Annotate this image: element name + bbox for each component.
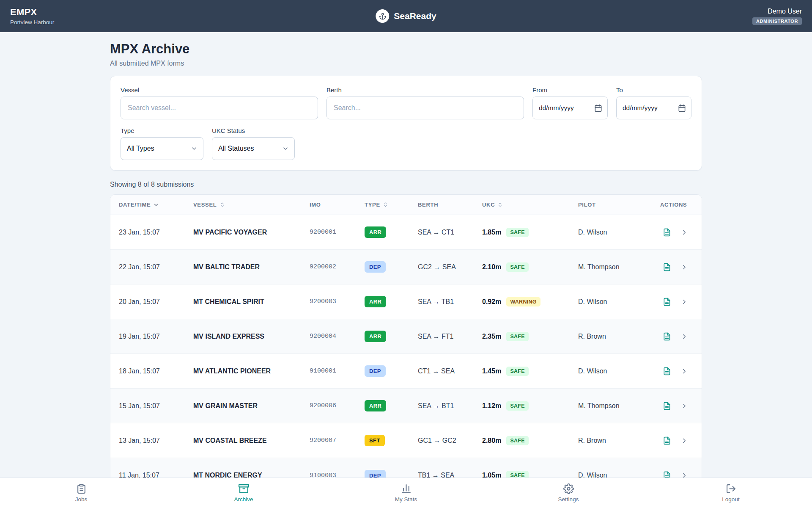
app-identity: EMPX Portview Harbour bbox=[10, 7, 54, 25]
type-select[interactable]: All Types bbox=[121, 137, 203, 160]
cell-type: DEP bbox=[365, 261, 418, 273]
table-row[interactable]: 22 Jan, 15:07 MV BALTIC TRADER 9200002 D… bbox=[110, 250, 702, 284]
results-count: Showing 8 of 8 submissions bbox=[110, 181, 702, 188]
chevron-right-icon[interactable] bbox=[680, 402, 688, 410]
movement-type-badge: ARR bbox=[365, 331, 386, 342]
from-date-value: dd/mm/yyyy bbox=[539, 104, 574, 112]
nav-settings[interactable]: Settings bbox=[487, 478, 650, 508]
ukc-value: 1.85m bbox=[482, 229, 501, 236]
archive-icon bbox=[239, 483, 249, 494]
sort-updown-icon bbox=[219, 202, 225, 207]
ukc-status-badge: SAFE bbox=[506, 436, 529, 445]
nav-archive-label: Archive bbox=[234, 496, 253, 502]
table-row[interactable]: 20 Jan, 15:07 MT CHEMICAL SPIRIT 9200003… bbox=[110, 284, 702, 319]
chevron-right-icon[interactable] bbox=[680, 229, 688, 236]
report-file-icon[interactable] bbox=[663, 332, 671, 341]
cell-datetime: 15 Jan, 15:07 bbox=[119, 402, 193, 410]
nav-jobs[interactable]: Jobs bbox=[0, 478, 162, 508]
cell-actions bbox=[660, 263, 693, 271]
cell-ukc: 1.85m SAFE bbox=[482, 228, 578, 237]
cell-imo: 9200006 bbox=[310, 402, 365, 409]
cell-actions bbox=[660, 436, 693, 445]
col-header-vessel[interactable]: VESSEL bbox=[193, 202, 310, 208]
nav-logout[interactable]: Logout bbox=[650, 478, 812, 508]
berth-label: Berth bbox=[326, 86, 524, 94]
cell-datetime: 23 Jan, 15:07 bbox=[119, 229, 193, 236]
cell-berth: GC1 → GC2 bbox=[418, 437, 482, 444]
vessel-filter: Vessel bbox=[121, 86, 318, 119]
ukc-value: 2.10m bbox=[482, 263, 501, 271]
berth-filter: Berth bbox=[326, 86, 524, 119]
cell-vessel-name: MV ATLANTIC PIONEER bbox=[193, 367, 310, 375]
table-row[interactable]: 18 Jan, 15:07 MV ATLANTIC PIONEER 910000… bbox=[110, 354, 702, 389]
nav-settings-label: Settings bbox=[558, 496, 579, 502]
cell-type: ARR bbox=[365, 296, 418, 307]
cell-type: ARR bbox=[365, 400, 418, 411]
to-filter: To dd/mm/yyyy bbox=[616, 86, 691, 119]
table-row[interactable]: 19 Jan, 15:07 MV ISLAND EXPRESS 9200004 … bbox=[110, 319, 702, 354]
sort-updown-icon bbox=[497, 202, 503, 207]
cell-vessel-name: MV GRAIN MASTER bbox=[193, 402, 310, 410]
cell-actions bbox=[660, 402, 693, 410]
cell-datetime: 22 Jan, 15:07 bbox=[119, 263, 193, 271]
vessel-search-input[interactable] bbox=[121, 97, 318, 119]
cell-berth: SEA → CT1 bbox=[418, 229, 482, 236]
page-subtitle: All submitted MPX forms bbox=[110, 60, 702, 67]
ukc-status-select[interactable]: All Statuses bbox=[212, 137, 295, 160]
cell-datetime: 18 Jan, 15:07 bbox=[119, 367, 193, 375]
vessel-label: Vessel bbox=[121, 86, 318, 94]
cell-pilot: M. Thompson bbox=[578, 263, 660, 271]
nav-archive[interactable]: Archive bbox=[162, 478, 325, 508]
table-body: 23 Jan, 15:07 MV PACIFIC VOYAGER 9200001… bbox=[110, 215, 702, 493]
sort-updown-icon bbox=[383, 202, 388, 207]
from-date-input[interactable]: dd/mm/yyyy bbox=[532, 97, 608, 119]
brand-name: SeaReady bbox=[394, 11, 436, 21]
ukc-status-filter: UKC Status All Statuses bbox=[212, 127, 295, 160]
chevron-right-icon[interactable] bbox=[680, 437, 688, 444]
report-file-icon[interactable] bbox=[663, 367, 671, 375]
page-title: MPX Archive bbox=[110, 41, 702, 57]
cell-actions bbox=[660, 332, 693, 341]
cell-datetime: 13 Jan, 15:07 bbox=[119, 437, 193, 444]
movement-type-badge: DEP bbox=[365, 365, 386, 377]
col-header-ukc[interactable]: UKC bbox=[482, 202, 578, 208]
report-file-icon[interactable] bbox=[663, 436, 671, 445]
cell-pilot: R. Brown bbox=[578, 437, 660, 444]
nav-my-stats[interactable]: My Stats bbox=[325, 478, 487, 508]
table-row[interactable]: 23 Jan, 15:07 MV PACIFIC VOYAGER 9200001… bbox=[110, 215, 702, 250]
nav-jobs-label: Jobs bbox=[75, 496, 88, 502]
submissions-table: DATE/TIME VESSEL IMO TYPE BERTH UKC PILO… bbox=[110, 194, 702, 493]
report-file-icon[interactable] bbox=[663, 402, 671, 410]
chevron-right-icon[interactable] bbox=[680, 333, 688, 340]
ukc-status-badge: SAFE bbox=[506, 262, 529, 272]
ukc-value: 2.80m bbox=[482, 437, 501, 444]
cell-ukc: 2.10m SAFE bbox=[482, 262, 578, 272]
gear-icon bbox=[563, 483, 574, 494]
berth-search-input[interactable] bbox=[326, 97, 524, 119]
cell-type: SFT bbox=[365, 435, 418, 446]
chevron-down-icon bbox=[282, 145, 289, 152]
filter-row-2: Type All Types UKC Status All Statuses bbox=[121, 127, 691, 160]
cell-actions bbox=[660, 367, 693, 375]
ukc-status-badge: WARNING bbox=[506, 297, 540, 306]
cell-pilot: R. Brown bbox=[578, 333, 660, 340]
cell-ukc: 2.35m SAFE bbox=[482, 332, 578, 341]
chevron-right-icon[interactable] bbox=[680, 298, 688, 306]
report-file-icon[interactable] bbox=[663, 298, 671, 306]
cell-imo: 9100001 bbox=[310, 367, 365, 375]
col-header-type[interactable]: TYPE bbox=[365, 202, 418, 208]
bar-chart-icon bbox=[401, 483, 411, 494]
table-row[interactable]: 15 Jan, 15:07 MV GRAIN MASTER 9200006 AR… bbox=[110, 389, 702, 423]
col-header-datetime[interactable]: DATE/TIME bbox=[119, 202, 193, 208]
report-file-icon[interactable] bbox=[663, 263, 671, 271]
report-file-icon[interactable] bbox=[663, 228, 671, 237]
to-date-input[interactable]: dd/mm/yyyy bbox=[616, 97, 691, 119]
table-row[interactable]: 13 Jan, 15:07 MV COASTAL BREEZE 9200007 … bbox=[110, 423, 702, 458]
cell-actions bbox=[660, 228, 693, 237]
user-name: Demo User bbox=[768, 8, 802, 15]
cell-berth: CT1 → SEA bbox=[418, 367, 482, 375]
chevron-right-icon[interactable] bbox=[680, 367, 688, 375]
chevron-right-icon[interactable] bbox=[680, 263, 688, 271]
cell-berth: SEA → BT1 bbox=[418, 402, 482, 410]
app-code: EMPX bbox=[10, 7, 54, 18]
